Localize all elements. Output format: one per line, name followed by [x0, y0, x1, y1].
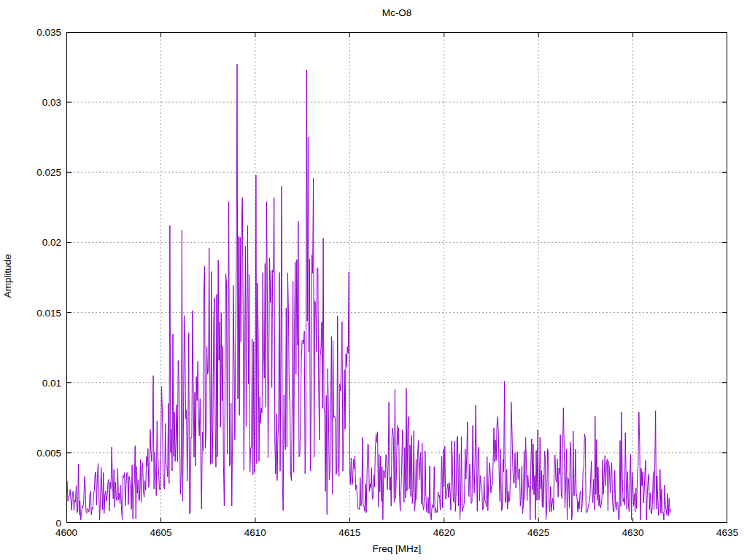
y-tick-label: 0.015	[10, 308, 61, 319]
x-tick-label: 4625	[506, 527, 571, 538]
spectrum-line	[66, 64, 670, 520]
y-tick-label: 0	[10, 518, 61, 529]
y-tick-label: 0.025	[10, 167, 61, 178]
gnuplot-chart-window: Mc-O8 Amplitude Freq [MHz] 4600460546104…	[0, 0, 747, 560]
x-tick-label: 4635	[694, 527, 747, 538]
chart-title: Mc-O8	[69, 7, 725, 18]
y-tick-label: 0.02	[10, 237, 61, 248]
x-tick-label: 4620	[411, 527, 477, 538]
x-tick-label: 4615	[317, 527, 382, 538]
x-tick-label: 4605	[128, 527, 193, 538]
y-tick-label: 0.005	[10, 448, 61, 459]
y-tick-label: 0.035	[10, 27, 61, 38]
y-tick-label: 0.03	[10, 97, 61, 108]
y-tick-label: 0.01	[10, 378, 61, 389]
x-tick-label: 4610	[222, 527, 288, 538]
x-tick-label: 4630	[600, 527, 666, 538]
plot-area	[66, 32, 727, 523]
x-tick-label: 4600	[34, 527, 99, 538]
x-axis-label: Freq [MHz]	[69, 543, 725, 554]
spectrum-plot-svg	[66, 32, 727, 523]
